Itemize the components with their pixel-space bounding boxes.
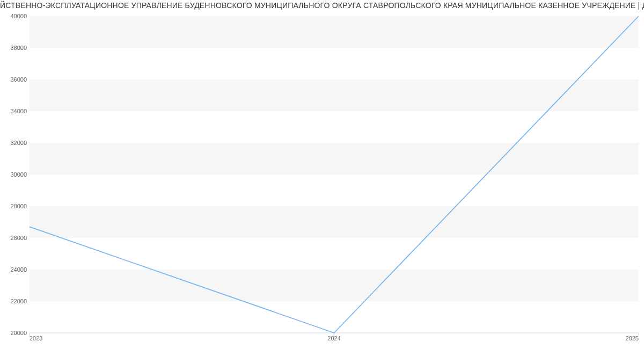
grid-band	[30, 301, 639, 333]
grid-bands	[30, 16, 639, 333]
chart-title: ЙСТВЕННО-ЭКСПЛУАТАЦИОННОЕ УПРАВЛЕНИЕ БУД…	[0, 1, 644, 10]
x-tick-label: 2025	[626, 335, 639, 341]
grid-band	[30, 48, 639, 79]
y-tick-label: 30000	[3, 171, 27, 178]
grid-band	[30, 238, 639, 270]
y-tick-label: 20000	[3, 330, 27, 336]
y-tick-label: 22000	[3, 298, 27, 304]
chart-container: ЙСТВЕННО-ЭКСПЛУАТАЦИОННОЕ УПРАВЛЕНИЕ БУД…	[0, 0, 644, 349]
y-tick-label: 32000	[3, 140, 27, 146]
grid-band	[30, 143, 639, 174]
y-tick-label: 38000	[3, 45, 27, 51]
grid-band	[30, 174, 639, 206]
grid-band	[30, 206, 639, 238]
plot-area	[30, 16, 639, 333]
y-tick-label: 34000	[3, 108, 27, 114]
y-tick-label: 28000	[3, 203, 27, 209]
y-tick-label: 24000	[3, 266, 27, 273]
grid-band	[30, 111, 639, 143]
x-tick-label: 2024	[327, 335, 340, 341]
y-tick-label: 26000	[3, 235, 27, 241]
line-layer	[30, 16, 639, 333]
grid-band	[30, 16, 639, 48]
grid-band	[30, 79, 639, 111]
y-tick-label: 36000	[3, 76, 27, 83]
grid-band	[30, 270, 639, 301]
y-tick-label: 40000	[3, 13, 27, 19]
x-tick-label: 2023	[30, 335, 42, 341]
